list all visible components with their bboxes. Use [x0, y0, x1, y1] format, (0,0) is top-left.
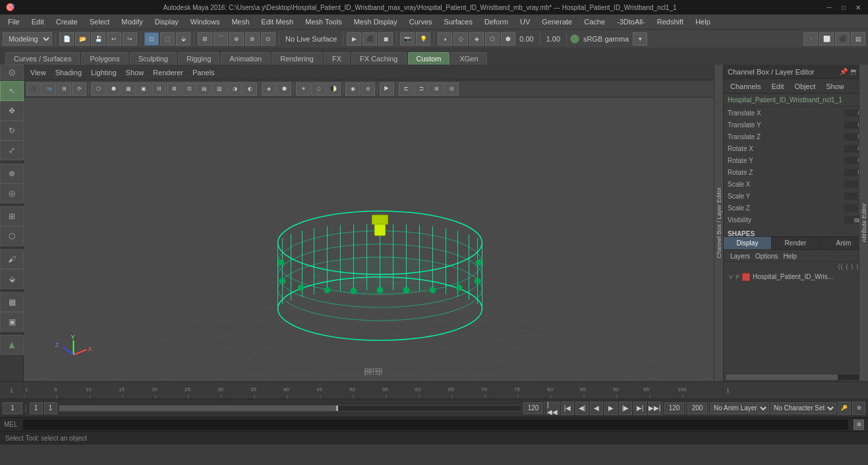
vp-resolution-btn[interactable]: ⊏	[399, 82, 413, 96]
layer-arrow2[interactable]: ⟨	[846, 263, 848, 270]
frame-current-input[interactable]	[3, 402, 22, 414]
layer-p-btn[interactable]: P	[736, 274, 739, 280]
layout-btn3[interactable]: ⬛	[835, 32, 850, 46]
prev-key-btn[interactable]: |◀	[561, 402, 574, 415]
menu-deform[interactable]: Deform	[479, 16, 513, 27]
snap-curve-btn[interactable]: ⌒	[214, 32, 228, 46]
layer-name[interactable]: Hospital_Patient_ID_Wris...	[753, 273, 833, 280]
show-menu[interactable]: Show	[123, 67, 147, 78]
vp-hudtoggle-btn[interactable]: ⊞	[429, 82, 444, 96]
autokey-btn[interactable]: 🔑	[838, 402, 851, 415]
camera-btn[interactable]: 📷	[400, 32, 415, 46]
mel-input[interactable]	[23, 419, 848, 430]
tab-polygons[interactable]: Polygons	[81, 52, 128, 65]
vp-wire-btn[interactable]: ⬟	[277, 82, 291, 96]
layer-arrow1[interactable]: ⟨⟨	[838, 263, 843, 270]
display-btn[interactable]: ◼	[378, 32, 393, 46]
vp-display4[interactable]: ▣	[136, 82, 151, 96]
layers-menu[interactable]: Layers	[730, 253, 750, 260]
snap-live-btn[interactable]: ⊙	[261, 32, 275, 46]
menu-windows[interactable]: Windows	[185, 16, 225, 27]
tab-fx[interactable]: FX	[324, 52, 350, 65]
paint-btn[interactable]: ⬙	[176, 32, 190, 46]
close-button[interactable]: ✕	[854, 3, 863, 12]
misc1-btn[interactable]: ◇	[453, 32, 468, 46]
minimize-button[interactable]: ─	[825, 3, 834, 12]
vp-shading3[interactable]: ◑	[227, 82, 242, 96]
light-btn[interactable]: 💡	[416, 32, 430, 46]
undo-btn[interactable]: ↩	[107, 32, 121, 46]
misc4-btn[interactable]: ⬟	[501, 32, 515, 46]
vp-isolate-btn[interactable]: ⊟	[444, 82, 459, 96]
menu-file[interactable]: File	[3, 16, 25, 27]
menu-curves[interactable]: Curves	[404, 16, 438, 27]
cb-resize-icon[interactable]: ⬒	[850, 68, 856, 75]
translate-x-row[interactable]: Translate X 0	[724, 107, 868, 119]
layer-v-btn[interactable]: V	[729, 274, 733, 280]
menu-surfaces[interactable]: Surfaces	[439, 16, 478, 27]
tool-component[interactable]: ⬡	[0, 226, 24, 246]
playback-end-input[interactable]	[687, 402, 707, 414]
timeline-ruler[interactable]: 1 5 10 15 20 25 30 35 40 45 50	[24, 382, 723, 398]
tool-select[interactable]: ↖	[0, 81, 24, 101]
goto-end-btn[interactable]: ▶▶|	[648, 402, 661, 415]
menu-modify[interactable]: Modify	[116, 16, 148, 27]
play-fwd-btn[interactable]: ▶	[604, 402, 618, 415]
layout-btn2[interactable]: ⬜	[819, 32, 834, 46]
vp-display7[interactable]: ⊡	[182, 82, 196, 96]
menu-mesh-display[interactable]: Mesh Display	[349, 16, 403, 27]
layer-arrow3[interactable]: ⟩	[851, 263, 854, 270]
lighting-menu[interactable]: Lighting	[88, 67, 119, 78]
menu-mesh[interactable]: Mesh	[226, 16, 254, 27]
attribute-editor-tab[interactable]: Attribute Editor	[859, 65, 868, 381]
goto-start-btn[interactable]: |◀◀	[546, 402, 560, 415]
render-btn[interactable]: ▶	[347, 32, 361, 46]
options-menu[interactable]: Options	[755, 253, 778, 260]
vp-shading4[interactable]: ◐	[243, 82, 257, 96]
mel-execute-btn[interactable]: ⊞	[854, 419, 864, 430]
layer-scrollbar[interactable]	[726, 375, 865, 380]
scale-z-row[interactable]: Scale Z 1	[724, 202, 868, 214]
translate-z-row[interactable]: Translate Z 0	[724, 131, 868, 142]
vp-playblast-btn[interactable]: ⯈	[380, 82, 394, 96]
menu-select[interactable]: Select	[84, 16, 115, 27]
panels-menu[interactable]: Panels	[190, 67, 217, 78]
menu-display[interactable]: Display	[150, 16, 184, 27]
vp-shading1[interactable]: ▤	[197, 82, 212, 96]
tool-layout2[interactable]: ▣	[0, 312, 24, 332]
tool-rotate[interactable]: ↻	[0, 121, 24, 140]
object-menu[interactable]: Object	[790, 81, 819, 92]
save-scene-btn[interactable]: 💾	[91, 32, 105, 46]
vp-lights2[interactable]: ⬯	[311, 82, 326, 96]
cb-pin-icon[interactable]: 📌	[840, 68, 848, 75]
preferences-btn[interactable]: ⚙	[852, 402, 865, 415]
scale-x-row[interactable]: Scale X 1	[724, 178, 868, 190]
shading-menu[interactable]: Shading	[53, 67, 84, 78]
menu-cache[interactable]: Cache	[579, 16, 610, 27]
tab-custom[interactable]: Custom	[408, 52, 450, 65]
vp-xray-btn[interactable]: ◈	[262, 82, 276, 96]
next-frame-btn[interactable]: |▶	[619, 402, 632, 415]
tool-sculpt[interactable]: ⬙	[0, 269, 24, 289]
menu-create[interactable]: Create	[51, 16, 83, 27]
menu-edit[interactable]: Edit	[26, 16, 49, 27]
tab-fx-caching[interactable]: FX Caching	[351, 52, 406, 65]
rotate-y-row[interactable]: Rotate Y 0	[724, 154, 868, 166]
tab-sculpting[interactable]: Sculpting	[130, 52, 177, 65]
menu-mesh-tools[interactable]: Mesh Tools	[300, 16, 347, 27]
misc3-btn[interactable]: ⬡	[485, 32, 500, 46]
tab-curves-surfaces[interactable]: Curves / Surfaces	[5, 52, 80, 65]
vp-lights1[interactable]: ☀	[296, 82, 310, 96]
redo-btn[interactable]: ↪	[123, 32, 137, 46]
menu-uv[interactable]: UV	[515, 16, 535, 27]
range-end-input[interactable]	[523, 402, 543, 414]
vp-display3[interactable]: ▦	[121, 82, 136, 96]
vp-dof-btn[interactable]: ⊛	[361, 82, 375, 96]
channels-menu[interactable]: Channels	[726, 81, 765, 92]
vp-display6[interactable]: ⊠	[167, 82, 181, 96]
color-dropdown-btn[interactable]: ▾	[633, 32, 647, 46]
tool-pose[interactable]: ▲	[0, 335, 24, 355]
frame-display-input[interactable]	[30, 402, 43, 414]
vp-cam-btn[interactable]: 🎥	[26, 82, 41, 96]
menu-generate[interactable]: Generate	[536, 16, 577, 27]
